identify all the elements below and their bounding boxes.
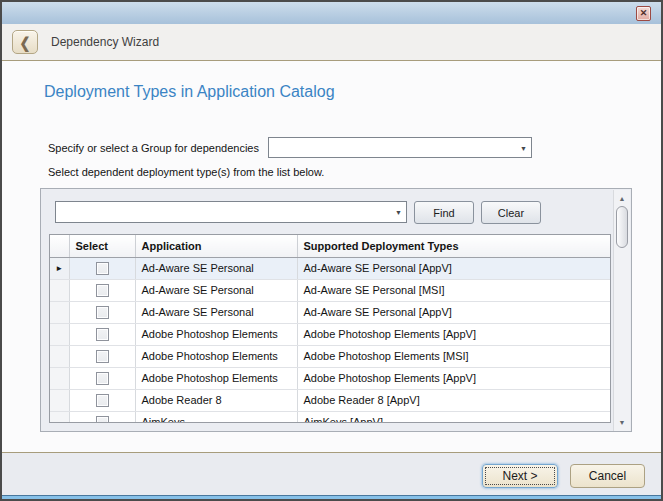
wizard-header: ❮ Dependency Wizard [2,24,661,61]
deployment-grid: Select Application Supported Deployment … [49,234,611,423]
select-cell [69,257,135,279]
table-row[interactable]: Adobe Photoshop Elements Adobe Photoshop… [50,345,610,367]
page-title: Deployment Types in Application Catalog [44,83,335,101]
list-instruction: Select dependent deployment type(s) from… [48,166,324,178]
column-header-marker [50,235,69,257]
row-checkbox[interactable] [96,328,109,341]
select-cell [69,411,135,423]
select-cell [69,367,135,389]
application-cell: Adobe Photoshop Elements [135,345,297,367]
row-selector-cell [50,389,69,411]
table-row[interactable]: ► Ad-Aware SE Personal Ad-Aware SE Perso… [50,257,610,279]
grid-body: ► Ad-Aware SE Personal Ad-Aware SE Perso… [50,257,610,423]
select-cell [69,323,135,345]
group-field-label: Specify or select a Group for dependenci… [48,142,259,154]
table-row[interactable]: Adobe Photoshop Elements Adobe Photoshop… [50,367,610,389]
row-checkbox[interactable] [96,394,109,407]
clear-button[interactable]: Clear [481,201,541,224]
group-combobox-input[interactable] [271,139,515,156]
deployment-table: Select Application Supported Deployment … [50,235,611,423]
row-selector-cell [50,323,69,345]
scroll-up-icon[interactable]: ▲ [614,190,630,207]
table-row[interactable]: Ad-Aware SE Personal Ad-Aware SE Persona… [50,301,610,323]
application-cell: Ad-Aware SE Personal [135,279,297,301]
wizard-title: Dependency Wizard [51,35,159,49]
wizard-footer: Next > Cancel [2,452,661,495]
window-bottom-edge [2,495,661,499]
close-button[interactable]: ✕ [636,6,651,21]
deployment-type-cell: Adobe Photoshop Elements [AppV] [297,367,610,389]
titlebar[interactable]: ✕ [2,2,661,24]
table-row[interactable]: Ad-Aware SE Personal Ad-Aware SE Persona… [50,279,610,301]
search-combobox-dropdown-icon[interactable]: ▼ [395,209,402,216]
table-row[interactable]: Adobe Reader 8 Adobe Reader 8 [AppV] [50,389,610,411]
select-cell [69,301,135,323]
row-checkbox[interactable] [96,416,109,424]
deployment-type-cell: Adobe Reader 8 [AppV] [297,389,610,411]
application-cell: Adobe Photoshop Elements [135,323,297,345]
deployment-type-cell: Ad-Aware SE Personal [AppV] [297,301,610,323]
deployment-type-cell: Ad-Aware SE Personal [MSI] [297,279,610,301]
deployment-type-cell: Adobe Photoshop Elements [MSI] [297,345,610,367]
column-header-deployment[interactable]: Supported Deployment Types [297,235,610,257]
back-chevron-icon: ❮ [20,35,31,50]
deployment-type-cell: Ad-Aware SE Personal [AppV] [297,257,610,279]
row-selector-cell [50,301,69,323]
select-cell [69,279,135,301]
wizard-content: Deployment Types in Application Catalog … [2,61,661,453]
row-selector-cell [50,367,69,389]
group-combobox-dropdown-icon[interactable]: ▼ [520,144,527,151]
scroll-down-icon[interactable]: ▼ [614,414,630,431]
scrollbar-thumb[interactable] [616,206,628,248]
deployment-type-cell: Adobe Photoshop Elements [AppV] [297,323,610,345]
column-header-application[interactable]: Application [135,235,297,257]
search-combobox-input[interactable] [58,203,390,221]
next-button[interactable]: Next > [482,464,558,488]
row-selector-cell [50,279,69,301]
application-cell: Ad-Aware SE Personal [135,257,297,279]
table-header-row: Select Application Supported Deployment … [50,235,610,257]
select-cell [69,345,135,367]
deployment-type-cell: AimKeys [AppV] [297,411,610,423]
deployment-list-panel: ▼ Find Clear Select Application Supporte… [40,188,632,432]
table-row[interactable]: AimKeys AimKeys [AppV] [50,411,610,423]
dependency-wizard-window: ✕ ❮ Dependency Wizard Deployment Types i… [0,0,663,501]
row-selector-cell [50,345,69,367]
table-row[interactable]: Adobe Photoshop Elements Adobe Photoshop… [50,323,610,345]
row-selector-cell [50,411,69,423]
application-cell: Ad-Aware SE Personal [135,301,297,323]
cancel-button[interactable]: Cancel [570,464,645,488]
row-checkbox[interactable] [96,306,109,319]
search-combobox[interactable]: ▼ [55,201,407,223]
back-button[interactable]: ❮ [12,30,38,54]
find-button[interactable]: Find [414,201,474,224]
close-icon: ✕ [640,9,648,18]
row-checkbox[interactable] [96,262,109,275]
application-cell: AimKeys [135,411,297,423]
row-checkbox[interactable] [96,372,109,385]
row-checkbox[interactable] [96,284,109,297]
row-checkbox[interactable] [96,350,109,363]
group-combobox[interactable]: ▼ [268,137,532,158]
application-cell: Adobe Photoshop Elements [135,367,297,389]
panel-scrollbar[interactable]: ▲ ▼ [613,190,630,431]
select-cell [69,389,135,411]
row-selector-cell: ► [50,257,69,279]
column-header-select[interactable]: Select [69,235,135,257]
application-cell: Adobe Reader 8 [135,389,297,411]
